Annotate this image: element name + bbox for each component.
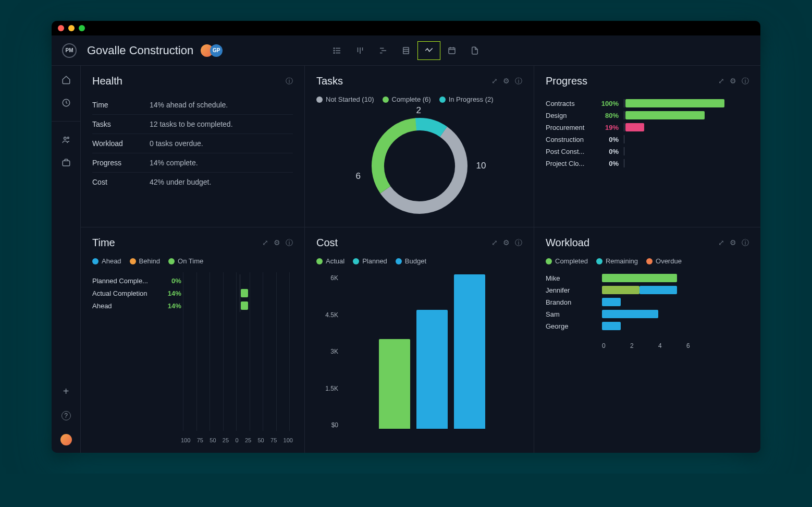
time-legend: Ahead Behind On Time: [92, 257, 293, 265]
legend-label: Planned: [362, 257, 387, 265]
view-sheet-button[interactable]: [395, 41, 417, 60]
card-help-icon[interactable]: ⓘ: [515, 238, 522, 248]
card-help-icon[interactable]: ⓘ: [742, 238, 749, 248]
legend-swatch: [383, 96, 389, 103]
expand-icon[interactable]: ⤢: [262, 238, 268, 248]
gear-icon[interactable]: ⚙: [503, 238, 510, 248]
card-tasks: Tasks ⤢ ⚙ ⓘ Not Started (10) Complete (6…: [305, 66, 534, 227]
gear-icon[interactable]: ⚙: [730, 238, 736, 248]
card-title: Workload: [546, 237, 589, 249]
progress-row: Design 80%: [546, 111, 749, 119]
workload-row: Jennifer: [546, 286, 749, 294]
legend-item[interactable]: Ahead: [92, 257, 121, 265]
progress-track: [624, 147, 749, 155]
window-minimize-button[interactable]: [68, 25, 75, 31]
axis-tick: $0: [316, 421, 338, 429]
legend-item[interactable]: Completed: [546, 257, 588, 265]
view-board-button[interactable]: [349, 41, 372, 60]
legend-label: Not Started (10): [326, 95, 374, 103]
legend-item[interactable]: Not Started (10): [316, 95, 374, 103]
view-gantt-button[interactable]: [372, 41, 395, 60]
workload-segment: [602, 310, 658, 318]
recent-icon[interactable]: [61, 98, 71, 107]
time-percent: 14%: [159, 302, 181, 310]
legend-item[interactable]: Actual: [316, 257, 345, 265]
expand-icon[interactable]: ⤢: [718, 238, 724, 248]
sidebar-divider: [52, 121, 81, 122]
legend-label: Actual: [326, 257, 345, 265]
cost-bar-chart: 6K4.5K3K1.5K$0: [316, 270, 522, 443]
progress-row: Contracts 100%: [546, 99, 749, 107]
legend-item[interactable]: In Progress (2): [439, 95, 494, 103]
portfolio-icon[interactable]: [61, 158, 71, 167]
health-row: Workload 0 tasks overdue.: [92, 134, 293, 153]
time-name: Planned Comple...: [92, 277, 159, 285]
team-icon[interactable]: [61, 135, 71, 144]
gear-icon[interactable]: ⚙: [274, 238, 280, 248]
user-avatar[interactable]: [60, 434, 72, 445]
progress-row: Post Const... 0%: [546, 147, 749, 155]
card-help-icon[interactable]: ⓘ: [286, 238, 293, 248]
progress-track: [624, 135, 749, 143]
progress-percent: 0%: [596, 160, 619, 167]
time-row: Actual Completion 14%: [92, 289, 293, 297]
card-time: Time ⤢ ⚙ ⓘ Ahead Behind On Time: [81, 227, 305, 453]
expand-icon[interactable]: ⤢: [491, 77, 498, 86]
axis-tick: 50: [210, 437, 216, 443]
legend-item[interactable]: Planned: [353, 257, 387, 265]
legend-label: Completed: [555, 257, 588, 265]
gear-icon[interactable]: ⚙: [730, 77, 736, 86]
home-icon[interactable]: [61, 75, 71, 84]
legend-swatch: [316, 96, 323, 103]
progress-track: [624, 159, 749, 167]
expand-icon[interactable]: ⤢: [491, 238, 498, 248]
axis-tick: 0: [235, 437, 238, 443]
legend-item[interactable]: Complete (6): [383, 95, 431, 103]
card-help-icon[interactable]: ⓘ: [515, 77, 522, 86]
legend-item[interactable]: Remaining: [596, 257, 638, 265]
workload-track: [602, 286, 749, 294]
card-cost: Cost ⤢ ⚙ ⓘ Actual Planned Budget: [305, 227, 534, 453]
legend-swatch: [646, 258, 653, 264]
legend-item[interactable]: Behind: [130, 257, 160, 265]
card-title: Tasks: [316, 75, 343, 87]
card-title: Progress: [546, 75, 587, 87]
workload-name: Jennifer: [546, 286, 602, 294]
axis-tick: 25: [223, 437, 229, 443]
legend-swatch: [316, 258, 323, 264]
top-bar: PM Govalle Construction GP: [52, 35, 760, 66]
window-close-button[interactable]: [58, 25, 64, 31]
app-logo[interactable]: PM: [62, 43, 77, 58]
gear-icon[interactable]: ⚙: [503, 77, 510, 86]
view-files-button[interactable]: [463, 41, 486, 60]
legend-item[interactable]: Budget: [396, 257, 426, 265]
card-title: Health: [92, 75, 122, 87]
svg-rect-22: [63, 161, 70, 166]
axis-tick: 0: [602, 342, 630, 349]
axis-tick: 2: [630, 342, 658, 349]
expand-icon[interactable]: ⤢: [718, 77, 724, 86]
window-zoom-button[interactable]: [79, 25, 85, 31]
progress-bar: [625, 111, 705, 119]
legend-item[interactable]: Overdue: [646, 257, 682, 265]
view-list-button[interactable]: [326, 41, 349, 60]
legend-swatch: [396, 258, 402, 264]
app-window: PM Govalle Construction GP: [52, 21, 760, 453]
help-icon[interactable]: ?: [61, 411, 71, 420]
legend-label: In Progress (2): [449, 95, 494, 103]
project-members[interactable]: GP: [201, 44, 223, 57]
workload-legend: Completed Remaining Overdue: [546, 257, 749, 265]
legend-item[interactable]: On Time: [168, 257, 203, 265]
progress-track: [624, 123, 749, 131]
card-help-icon[interactable]: ⓘ: [286, 77, 293, 86]
add-button[interactable]: +: [63, 385, 69, 397]
donut-callout: 2: [416, 105, 421, 116]
progress-row: Construction 0%: [546, 135, 749, 143]
card-help-icon[interactable]: ⓘ: [742, 77, 749, 86]
view-calendar-button[interactable]: [440, 41, 463, 60]
svg-rect-15: [449, 47, 455, 53]
view-dashboard-button[interactable]: [417, 41, 440, 60]
progress-percent: 19%: [596, 124, 619, 131]
legend-label: Behind: [139, 257, 160, 265]
health-value: 42% under budget.: [150, 178, 211, 186]
